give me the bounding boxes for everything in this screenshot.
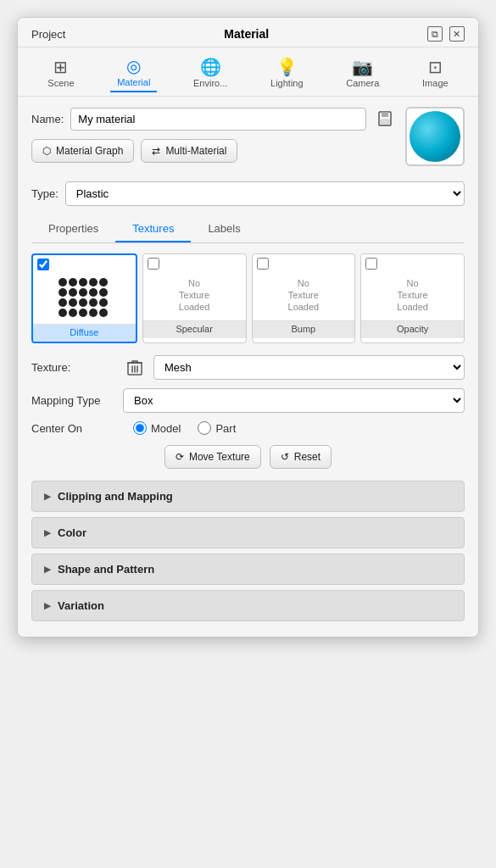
texture-cell-bump[interactable]: NoTextureLoaded Bump xyxy=(252,253,356,343)
title-bar: Project Material ⧉ ✕ xyxy=(18,18,478,47)
svg-point-20 xyxy=(69,309,77,317)
camera-icon: 📷 xyxy=(352,58,373,75)
tab-environ[interactable]: 🌐 Enviro... xyxy=(187,55,234,92)
collapsible-clipping[interactable]: ▶ Clipping and Mapping xyxy=(31,481,465,512)
type-label: Type: xyxy=(31,187,59,200)
texture-row: Texture: Mesh UV Planar xyxy=(31,355,465,380)
svg-point-22 xyxy=(89,309,98,317)
mapping-type-select[interactable]: Box Planar Cylindrical Spherical xyxy=(123,388,465,413)
tab-scene[interactable]: ⊞ Scene xyxy=(41,55,81,92)
opacity-image-area: NoTextureLoaded xyxy=(361,270,464,320)
material-graph-icon: ⬡ xyxy=(42,145,51,157)
color-label: Color xyxy=(58,526,86,539)
move-texture-button[interactable]: ⟳ Move Texture xyxy=(164,445,261,469)
name-row: Name: xyxy=(31,107,397,131)
chevron-color: ▶ xyxy=(44,528,51,537)
tab-material[interactable]: ◎ Material xyxy=(110,54,157,92)
texture-delete-button[interactable] xyxy=(123,356,147,380)
name-input[interactable] xyxy=(70,108,366,131)
svg-point-12 xyxy=(89,288,98,297)
svg-point-6 xyxy=(79,278,87,287)
scene-icon: ⊞ xyxy=(53,58,68,75)
environ-icon: 🌐 xyxy=(200,58,221,75)
shape-label: Shape and Pattern xyxy=(58,563,154,576)
material-icon: ◎ xyxy=(126,58,141,75)
close-button[interactable]: ✕ xyxy=(449,26,465,42)
center-on-model[interactable]: Model xyxy=(133,421,181,435)
title-bar-buttons: ⧉ ✕ xyxy=(427,26,465,42)
center-on-part[interactable]: Part xyxy=(198,421,236,435)
texture-cell-opacity[interactable]: NoTextureLoaded Opacity xyxy=(360,253,465,343)
texture-label-field: Texture: xyxy=(31,361,116,374)
reset-label: Reset xyxy=(294,451,320,463)
collapsible-shape[interactable]: ▶ Shape and Pattern xyxy=(31,554,465,585)
texture-cell-diffuse[interactable]: Diffuse xyxy=(31,253,137,343)
sub-tabs: Properties Textures Labels xyxy=(31,216,465,243)
center-on-part-radio[interactable] xyxy=(198,421,211,435)
type-row: Type: Plastic Metal Glass Wood xyxy=(31,181,465,206)
texture-cell-specular[interactable]: NoTextureLoaded Specular xyxy=(142,253,247,343)
tab-lighting-label: Lighting xyxy=(270,78,304,88)
center-on-model-radio[interactable] xyxy=(133,421,147,435)
svg-point-8 xyxy=(99,278,108,287)
material-graph-button[interactable]: ⬡ Material Graph xyxy=(31,139,134,163)
center-on-row: Center On Model Part xyxy=(31,421,465,435)
opacity-checkbox[interactable] xyxy=(365,258,377,270)
texture-grid: Diffuse NoTextureLoaded Specular NoTextu… xyxy=(31,253,465,343)
diffuse-image-area xyxy=(33,270,136,324)
tab-image[interactable]: ⊡ Image xyxy=(415,55,455,92)
tab-material-label: Material xyxy=(117,77,150,87)
opacity-label: Opacity xyxy=(361,320,464,338)
tab-camera[interactable]: 📷 Camera xyxy=(339,55,386,92)
diffuse-label: Diffuse xyxy=(33,324,136,342)
tab-bar: ⊞ Scene ◎ Material 🌐 Enviro... 💡 Lightin… xyxy=(18,47,478,97)
move-texture-icon: ⟳ xyxy=(176,451,184,463)
reset-button[interactable]: ↺ Reset xyxy=(270,445,332,469)
sub-tab-properties[interactable]: Properties xyxy=(31,216,115,242)
action-buttons-row: ⬡ Material Graph ⇄ Multi-Material xyxy=(31,139,397,163)
variation-label: Variation xyxy=(58,599,104,612)
tab-image-label: Image xyxy=(422,78,449,88)
type-select[interactable]: Plastic Metal Glass Wood xyxy=(65,181,465,206)
tab-environ-label: Enviro... xyxy=(193,78,227,88)
svg-rect-1 xyxy=(382,112,388,117)
content-area: Name: ⬡ Material Graph xyxy=(18,97,478,637)
minimize-button[interactable]: ⧉ xyxy=(427,26,443,42)
sub-tab-labels[interactable]: Labels xyxy=(191,216,257,242)
svg-point-14 xyxy=(59,298,67,307)
svg-point-9 xyxy=(59,288,67,297)
move-texture-label: Move Texture xyxy=(189,451,250,463)
svg-point-19 xyxy=(59,309,67,317)
sub-tab-textures[interactable]: Textures xyxy=(115,216,191,242)
collapsible-variation[interactable]: ▶ Variation xyxy=(31,590,465,621)
specular-image-area: NoTextureLoaded xyxy=(143,270,246,320)
diffuse-pattern-svg xyxy=(54,274,114,320)
multi-material-label: Multi-Material xyxy=(165,145,226,157)
mapping-type-row: Mapping Type Box Planar Cylindrical Sphe… xyxy=(31,388,465,413)
tab-scene-label: Scene xyxy=(47,78,74,88)
svg-point-21 xyxy=(79,309,87,317)
bottom-action-row: ⟳ Move Texture ↺ Reset xyxy=(31,445,465,469)
mapping-type-label: Mapping Type xyxy=(31,394,116,407)
center-on-model-label: Model xyxy=(151,422,181,435)
name-label: Name: xyxy=(31,113,64,125)
texture-select[interactable]: Mesh UV Planar xyxy=(153,355,465,380)
diffuse-checkbox[interactable] xyxy=(37,259,49,270)
chevron-clipping: ▶ xyxy=(44,492,51,501)
svg-point-10 xyxy=(69,288,77,297)
svg-point-7 xyxy=(89,278,98,287)
svg-point-15 xyxy=(69,298,77,307)
multi-material-button[interactable]: ⇄ Multi-Material xyxy=(141,139,237,163)
specular-checkbox[interactable] xyxy=(148,258,159,270)
svg-point-4 xyxy=(59,278,67,287)
save-button[interactable] xyxy=(373,107,397,131)
center-on-label: Center On xyxy=(31,422,116,435)
collapsible-color[interactable]: ▶ Color xyxy=(31,517,465,548)
svg-point-23 xyxy=(99,309,108,317)
specular-label: Specular xyxy=(143,320,246,338)
tab-lighting[interactable]: 💡 Lighting xyxy=(264,55,310,92)
bump-label: Bump xyxy=(253,320,355,338)
clipping-label: Clipping and Mapping xyxy=(58,490,173,503)
svg-rect-2 xyxy=(381,120,389,124)
bump-checkbox[interactable] xyxy=(257,258,269,270)
